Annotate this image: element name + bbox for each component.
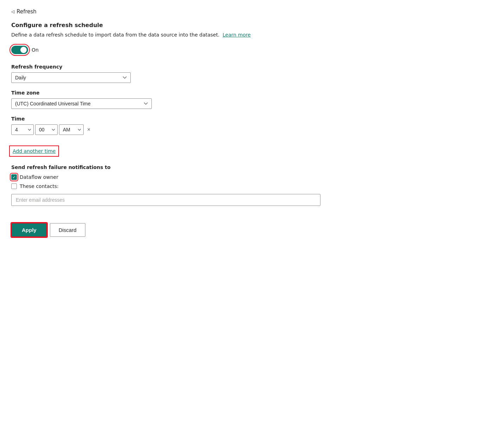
notifications-label: Send refresh failure notifications to [11,164,482,170]
collapse-icon[interactable]: ◁ [11,9,14,14]
email-input[interactable] [11,194,320,206]
toggle-label: On [32,47,39,53]
time-group: Time 123 4 5678 9101112 00153045 AMPM × [11,116,482,135]
discard-button[interactable]: Discard [50,223,85,237]
dataflow-owner-row: Dataflow owner [11,174,482,180]
notifications-group: Send refresh failure notifications to Da… [11,164,482,216]
remove-time-button[interactable]: × [85,126,92,134]
refresh-frequency-group: Refresh frequency Daily Weekly [11,64,482,83]
page-title: Refresh [17,8,37,15]
these-contacts-row: These contacts: [11,183,482,189]
learn-more-link[interactable]: Learn more [223,32,251,38]
apply-button[interactable]: Apply [11,223,47,237]
refresh-frequency-label: Refresh frequency [11,64,482,70]
time-minute-select[interactable]: 00153045 [35,124,58,135]
time-zone-group: Time zone (UTC) Coordinated Universal Ti… [11,90,482,109]
dataflow-owner-checkbox[interactable] [11,174,17,180]
page-header: ◁ Refresh [11,8,482,15]
section-title: Configure a refresh schedule [11,22,482,28]
time-ampm-select[interactable]: AMPM [59,124,84,135]
time-zone-select[interactable]: (UTC) Coordinated Universal Time (UTC-05… [11,98,152,109]
these-contacts-label: These contacts: [20,183,59,189]
time-hour-select[interactable]: 123 4 5678 9101112 [11,124,34,135]
time-row: 123 4 5678 9101112 00153045 AMPM × [11,124,482,135]
toggle-row: On [11,46,482,54]
add-another-time-link[interactable]: Add another time [11,148,57,155]
refresh-toggle[interactable] [11,46,28,54]
toggle-container[interactable] [11,46,28,54]
action-buttons: Apply Discard [11,223,482,237]
these-contacts-checkbox[interactable] [11,183,17,189]
time-zone-label: Time zone [11,90,482,96]
refresh-frequency-select[interactable]: Daily Weekly [11,72,131,83]
description: Define a data refresh schedule to import… [11,31,482,39]
dataflow-owner-label: Dataflow owner [20,174,58,180]
time-label: Time [11,116,482,122]
